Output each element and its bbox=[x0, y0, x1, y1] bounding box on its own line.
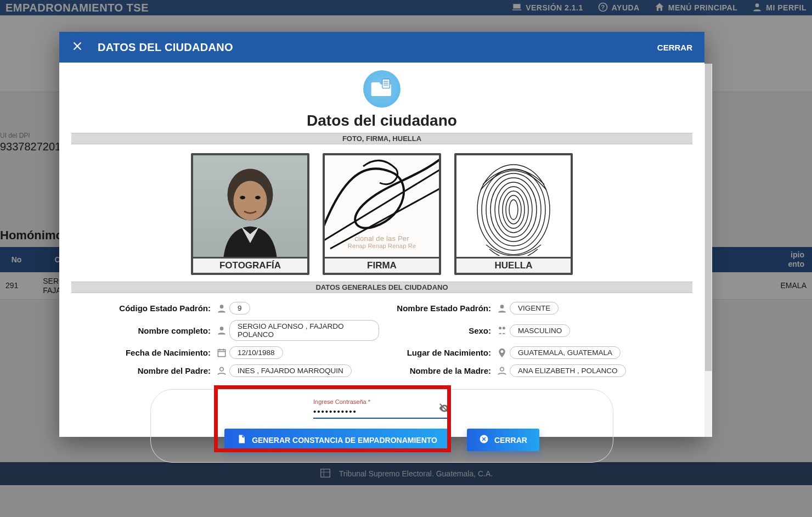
field-row: Nombre Estado Padrón:VIGENTE bbox=[385, 302, 659, 314]
person-icon bbox=[214, 303, 229, 314]
field-value: SERGIO ALFONSO , FAJARDO POLANCO bbox=[229, 320, 379, 341]
svg-point-21 bbox=[499, 187, 528, 233]
field-value: ANA ELIZABETH , POLANCO bbox=[510, 364, 626, 377]
person-icon bbox=[494, 303, 510, 314]
citizen-fingerprint bbox=[456, 155, 571, 257]
signature-watermark: cional de las Per bbox=[325, 234, 439, 243]
folder-icon bbox=[370, 77, 393, 100]
person-o-icon bbox=[494, 366, 510, 376]
folder-badge bbox=[363, 70, 401, 108]
cerrar-label: CERRAR bbox=[494, 436, 527, 445]
svg-point-14 bbox=[240, 196, 245, 200]
action-panel: Ingrese Contraseña * GENERAR CONSTANCIA … bbox=[150, 389, 613, 463]
svg-point-27 bbox=[220, 327, 224, 330]
password-input[interactable] bbox=[313, 405, 450, 419]
svg-point-17 bbox=[482, 169, 545, 250]
field-value: 9 bbox=[229, 302, 250, 314]
field-row: Nombre completo:SERGIO ALFONSO , FAJARDO… bbox=[104, 320, 379, 341]
field-label: Nombre completo: bbox=[104, 326, 214, 335]
svg-rect-30 bbox=[218, 350, 225, 357]
svg-point-26 bbox=[500, 305, 504, 308]
citizen-data-modal: DATOS DEL CIUDADANO CERRAR Datos del ciu… bbox=[59, 32, 704, 437]
field-label: Nombre de la Madre: bbox=[385, 366, 494, 375]
person-icon bbox=[214, 325, 229, 336]
generate-label: GENERAR CONSTANCIA DE EMPADRONAMIENTO bbox=[252, 436, 437, 445]
field-label: Lugar de Nacimiento: bbox=[385, 348, 494, 357]
svg-point-19 bbox=[490, 178, 537, 241]
field-label: Fecha de Nacimiento: bbox=[104, 348, 214, 357]
field-value: VIGENTE bbox=[510, 302, 559, 314]
cerrar-top-button[interactable]: CERRAR bbox=[657, 43, 692, 52]
field-label: Código Estado Padrón: bbox=[104, 304, 214, 313]
field-row: Nombre de la Madre:ANA ELIZABETH , POLAN… bbox=[385, 364, 659, 377]
person-o-icon bbox=[214, 366, 229, 376]
modal-title: DATOS DEL CIUDADANO bbox=[98, 41, 233, 54]
field-row: Nombre del Padre:INES , FAJARDO MARROQUI… bbox=[104, 364, 379, 377]
svg-point-25 bbox=[220, 305, 224, 308]
svg-point-24 bbox=[509, 200, 518, 220]
signature-caption: FIRMA bbox=[325, 258, 439, 273]
modal-scrollbar[interactable] bbox=[704, 64, 712, 437]
svg-rect-8 bbox=[382, 79, 390, 88]
cerrar-button[interactable]: CERRAR bbox=[467, 429, 539, 451]
field-row: Sexo:MASCULINO bbox=[385, 320, 659, 341]
calendar-icon bbox=[214, 347, 229, 358]
svg-point-29 bbox=[503, 327, 505, 329]
field-value: INES , FAJARDO MARROQUIN bbox=[229, 364, 352, 377]
svg-point-28 bbox=[499, 327, 501, 329]
citizen-signature: cional de las Per Renap Renap Renap Re bbox=[325, 155, 439, 257]
password-label: Ingrese Contraseña * bbox=[313, 398, 450, 405]
field-value: GUATEMALA, GUATEMALA bbox=[510, 346, 621, 359]
svg-point-13 bbox=[234, 181, 267, 221]
citizen-photo bbox=[193, 155, 307, 257]
field-value: 12/10/1988 bbox=[229, 346, 283, 359]
svg-point-20 bbox=[495, 182, 532, 237]
photo-caption: FOTOGRAFÍA bbox=[193, 258, 307, 273]
field-label: Nombre del Padre: bbox=[104, 366, 214, 375]
visibility-off-icon[interactable] bbox=[438, 402, 450, 417]
section-bar-biometrics: FOTO, FIRMA, HUELLA bbox=[71, 133, 692, 144]
svg-point-18 bbox=[486, 173, 541, 246]
close-circle-icon bbox=[479, 434, 489, 446]
svg-point-34 bbox=[220, 367, 224, 371]
section-heading: Datos del ciudadano bbox=[71, 112, 692, 130]
svg-point-35 bbox=[500, 367, 504, 371]
section-bar-general: DATOS GENERALES DEL CIUDADANO bbox=[71, 282, 692, 293]
field-label: Sexo: bbox=[385, 326, 494, 335]
field-label: Nombre Estado Padrón: bbox=[385, 304, 494, 313]
generate-constancia-button[interactable]: GENERAR CONSTANCIA DE EMPADRONAMIENTO bbox=[224, 429, 449, 451]
field-value: MASCULINO bbox=[510, 324, 570, 337]
modal-scrollbar-thumb[interactable] bbox=[705, 64, 712, 371]
field-row: Fecha de Nacimiento:12/10/1988 bbox=[104, 346, 379, 359]
fingerprint-caption: HUELLA bbox=[456, 258, 571, 273]
document-icon bbox=[236, 434, 246, 446]
gender-icon bbox=[494, 325, 510, 336]
photo-card: FOTOGRAFÍA bbox=[191, 153, 309, 275]
signature-card: cional de las Per Renap Renap Renap Re F… bbox=[323, 153, 441, 275]
svg-point-15 bbox=[255, 196, 261, 200]
field-row: Código Estado Padrón:9 bbox=[104, 302, 379, 314]
fingerprint-card: HUELLA bbox=[454, 153, 573, 275]
close-icon[interactable] bbox=[71, 40, 83, 54]
pin-icon bbox=[494, 347, 510, 358]
signature-watermark2: Renap Renap Renap Re bbox=[325, 243, 439, 249]
field-row: Lugar de Nacimiento:GUATEMALA, GUATEMALA bbox=[385, 346, 659, 359]
modal-header: DATOS DEL CIUDADANO CERRAR bbox=[59, 32, 704, 63]
